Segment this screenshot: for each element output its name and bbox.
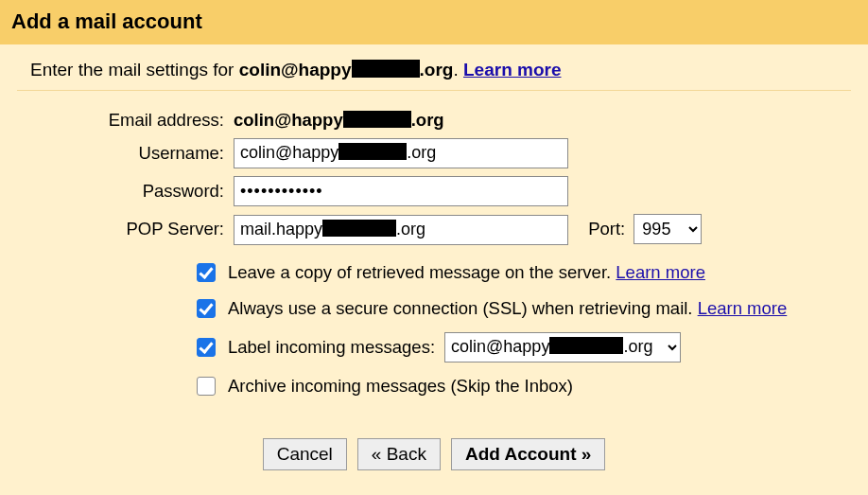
add-account-button[interactable]: Add Account »: [451, 438, 605, 470]
password-label: Password:: [17, 172, 230, 210]
dialog-titlebar: Add a mail account: [0, 0, 868, 44]
label-select[interactable]: [444, 332, 681, 362]
redacted: [352, 60, 420, 78]
leave-copy-option[interactable]: Leave a copy of retrieved message on the…: [193, 255, 851, 291]
ssl-option[interactable]: Always use a secure connection (SSL) whe…: [193, 291, 851, 327]
leave-copy-checkbox[interactable]: [197, 263, 216, 282]
ssl-checkbox[interactable]: [197, 299, 216, 318]
intro-email: colin@happy.org: [239, 60, 454, 80]
intro-text: Enter the mail settings for colin@happy.…: [30, 60, 851, 80]
redacted: [343, 111, 411, 129]
intro-prefix: Enter the mail settings for: [30, 60, 239, 80]
add-mail-account-dialog: Add a mail account Enter the mail settin…: [0, 0, 868, 495]
cancel-button[interactable]: Cancel: [263, 438, 347, 470]
learn-more-ssl[interactable]: Learn more: [698, 298, 788, 318]
username-input[interactable]: [234, 138, 568, 168]
pop-server-input[interactable]: [234, 215, 568, 245]
options-group: Leave a copy of retrieved message on the…: [193, 255, 851, 404]
dialog-title: Add a mail account: [11, 9, 857, 34]
pop-server-label: POP Server:: [17, 210, 230, 249]
email-value: colin@happy.org: [234, 110, 444, 130]
dialog-body: Enter the mail settings for colin@happy.…: [0, 44, 868, 495]
archive-option[interactable]: Archive incoming messages (Skip the Inbo…: [193, 368, 851, 404]
settings-form: Email address: colin@happy.org Username:…: [17, 106, 705, 249]
archive-checkbox[interactable]: [197, 377, 216, 396]
email-label: Email address:: [17, 106, 230, 134]
label-messages-option[interactable]: Label incoming messages: colin@happy.org: [193, 327, 851, 368]
password-input[interactable]: [234, 176, 568, 206]
username-label: Username:: [17, 134, 230, 172]
button-row: Cancel « Back Add Account »: [17, 438, 851, 470]
port-select[interactable]: 995: [634, 214, 702, 244]
ssl-label: Always use a secure connection (SSL) whe…: [228, 298, 698, 318]
leave-copy-label: Leave a copy of retrieved message on the…: [228, 262, 616, 282]
back-button[interactable]: « Back: [357, 438, 441, 470]
port-label: Port:: [588, 219, 625, 239]
separator: [17, 90, 851, 91]
learn-more-leave-copy[interactable]: Learn more: [616, 262, 705, 282]
label-messages-label: Label incoming messages:: [228, 337, 435, 358]
learn-more-link[interactable]: Learn more: [463, 60, 561, 80]
label-messages-checkbox[interactable]: [197, 338, 216, 357]
archive-label: Archive incoming messages (Skip the Inbo…: [228, 376, 573, 397]
